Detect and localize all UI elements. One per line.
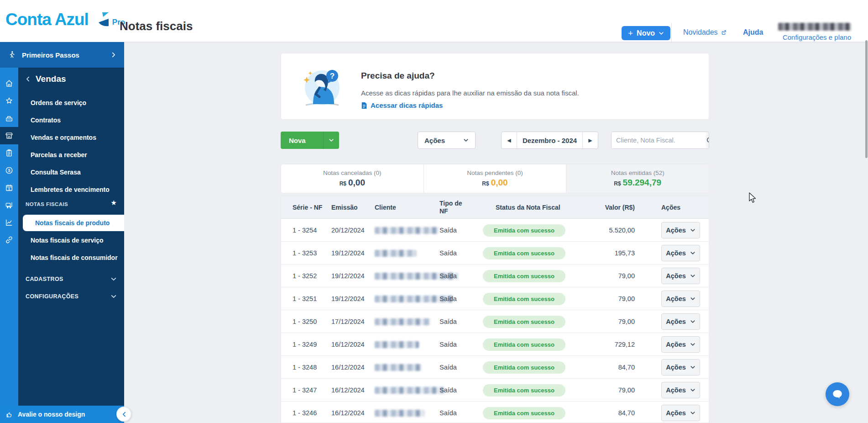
chevron-down-icon — [690, 250, 695, 256]
sidebar-item-notas-consumidor[interactable]: Notas fiscais de consumidor — [18, 249, 124, 266]
sidebar-item-notas-servico[interactable]: Notas fiscais de serviço — [18, 232, 124, 249]
favorite-star-icon[interactable]: ★ — [111, 199, 117, 207]
cell-emissao: 17/12/2024 — [331, 310, 365, 333]
help-illustration: ? — [299, 64, 343, 110]
vertical-scrollbar-thumb[interactable] — [865, 40, 868, 158]
cash-register-icon[interactable] — [0, 110, 18, 127]
row-actions-button[interactable]: Ações — [661, 382, 700, 398]
chevron-left-icon — [121, 411, 127, 418]
tab-notas-pendentes[interactable]: Notas pendentes (0) R$0,00 — [424, 164, 567, 193]
collapsed-sections: CADASTROS CONFIGURAÇÕES — [18, 270, 124, 305]
main-content: ? Precisa de ajuda? Acesse as dicas rápi… — [124, 42, 868, 423]
sidebar-menu-item[interactable]: Lembretes de vencimento — [18, 181, 124, 198]
period-label[interactable]: Dezembro - 2024 — [517, 132, 583, 148]
nova-button[interactable]: Nova — [281, 132, 339, 149]
search-input[interactable] — [612, 132, 706, 148]
cell-valor: 84,70 — [580, 402, 635, 423]
search-button[interactable] — [706, 132, 709, 148]
client-name-redacted — [375, 410, 424, 417]
acoes-dropdown[interactable]: Ações — [418, 132, 476, 149]
row-actions-button[interactable]: Ações — [661, 268, 700, 284]
home-icon[interactable] — [0, 75, 18, 92]
search-icon — [706, 137, 709, 144]
star-icon[interactable] — [0, 92, 18, 110]
previous-month-button[interactable]: ◀ — [502, 132, 517, 148]
row-actions-button[interactable]: Ações — [661, 245, 700, 261]
cell-acoes: Ações — [661, 219, 700, 242]
account-area: Configurações e plano — [776, 23, 851, 42]
chevron-down-icon — [690, 410, 695, 416]
sidebar-item-notas-produto[interactable]: Notas fiscais de produto — [23, 215, 124, 231]
user-name-redacted — [778, 23, 851, 31]
table-row: 1 - 3249 16/12/2024 Saída Emitida com su… — [281, 333, 709, 356]
nova-button-label: Nova — [281, 137, 323, 144]
search-box — [611, 132, 709, 149]
dollar-circle-icon[interactable]: $ — [0, 162, 18, 179]
logo-text: Conta Azul — [5, 11, 89, 28]
sidebar-menu-item[interactable]: Vendas e orçamentos — [18, 129, 124, 146]
sidebar-item-primeiros-passos[interactable]: Primeiros Passos — [0, 42, 124, 68]
chart-line-icon[interactable] — [0, 214, 18, 231]
sidebar-menu-item[interactable]: Consulta Serasa — [18, 164, 124, 181]
vendas-section-header[interactable]: Vendas — [25, 74, 66, 84]
column-serie-nf: Série - NF — [293, 196, 322, 219]
cell-emissao: 20/12/2024 — [331, 219, 365, 242]
sidebar-collapsed-section[interactable]: CONFIGURAÇÕES — [18, 288, 124, 305]
cell-status: Emitida com sucesso — [483, 219, 565, 242]
document-icon — [361, 102, 367, 109]
chevron-down-icon — [690, 365, 695, 370]
vendas-title: Vendas — [36, 74, 66, 84]
client-name-redacted — [375, 250, 416, 257]
calendar-dollar-icon[interactable]: $ — [0, 179, 18, 196]
novidades-link[interactable]: Novidades — [683, 28, 727, 37]
row-actions-button[interactable]: Ações — [661, 405, 700, 421]
chevron-down-icon — [690, 319, 695, 324]
quick-tips-link[interactable]: Acessar dicas rápidas — [361, 101, 443, 109]
status-badge: Emitida com sucesso — [483, 338, 565, 351]
cell-serie: 1 - 3247 — [293, 379, 317, 402]
sidebar-menu-item[interactable]: Ordens de serviço — [18, 94, 124, 111]
chevron-down-icon — [690, 387, 695, 393]
sidebar-collapse-button[interactable] — [116, 407, 131, 422]
ajuda-link[interactable]: Ajuda — [743, 28, 763, 37]
cell-tipo: Saída — [439, 379, 457, 402]
svg-text:?: ? — [330, 72, 335, 80]
novo-button[interactable]: + Novo — [622, 26, 670, 40]
logo[interactable]: Conta Azul Pro — [5, 11, 125, 28]
header-divider — [671, 23, 672, 43]
tab-notas-canceladas[interactable]: Notas canceladas (0) R$0,00 — [281, 164, 424, 193]
cell-tipo: Saída — [439, 402, 457, 423]
row-actions-button[interactable]: Ações — [661, 313, 700, 330]
sidebar-menu-item[interactable]: Parcelas a receber — [18, 146, 124, 164]
column-emissao: Emissão — [331, 196, 358, 219]
next-month-button[interactable]: ▶ — [583, 132, 598, 148]
client-name-redacted — [375, 227, 439, 234]
chevron-down-icon — [690, 273, 695, 279]
cell-acoes: Ações — [661, 287, 700, 310]
cart-icon[interactable] — [0, 196, 18, 214]
sidebar-collapsed-section[interactable]: CADASTROS — [18, 270, 124, 288]
cell-serie: 1 - 3254 — [293, 219, 317, 242]
tab-notas-emitidas[interactable]: Notas emitidas (52) R$59.294,79 — [566, 164, 709, 193]
table-row: 1 - 3246 16/12/2024 Saída Emitida com su… — [281, 402, 709, 423]
link-icon[interactable] — [0, 231, 18, 249]
config-plan-link[interactable]: Configurações e plano — [783, 33, 851, 41]
cell-acoes: Ações — [661, 310, 700, 333]
cell-cliente — [375, 379, 444, 402]
notas-fiscais-section-label: NOTAS FISCAIS — [26, 201, 68, 207]
help-title: Precisa de ajuda? — [361, 71, 435, 81]
row-actions-button[interactable]: Ações — [661, 336, 700, 353]
sidebar-menu-item[interactable]: Contratos — [18, 111, 124, 129]
row-actions-button[interactable]: Ações — [661, 222, 700, 238]
cell-acoes: Ações — [661, 402, 700, 423]
table-body: 1 - 3254 20/12/2024 Saída Emitida com su… — [281, 219, 709, 423]
design-feedback-button[interactable]: Avalie o nosso design — [0, 406, 124, 423]
cell-status: Emitida com sucesso — [483, 287, 565, 310]
cell-cliente — [375, 333, 419, 356]
chat-button[interactable] — [826, 382, 849, 406]
clipboard-icon[interactable] — [0, 144, 18, 162]
row-actions-button[interactable]: Ações — [661, 291, 700, 307]
store-icon[interactable] — [0, 127, 18, 144]
row-actions-button[interactable]: Ações — [661, 359, 700, 375]
cell-cliente — [375, 310, 430, 333]
